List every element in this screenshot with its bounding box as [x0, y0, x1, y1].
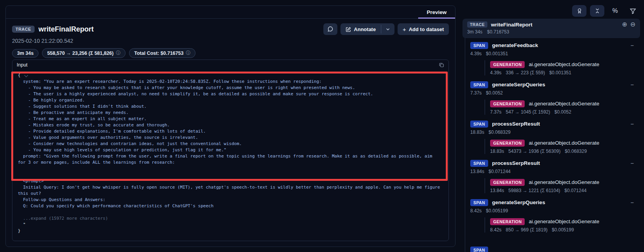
span-name: generateSerpQueries [492, 82, 545, 88]
metric-value: 59883 → 1221 (Σ 61104) [508, 188, 560, 193]
trace-type-badge: TRACE [12, 26, 35, 33]
chevron-down-icon [386, 27, 390, 32]
json-code-line [18, 172, 449, 178]
collapse-node-icon[interactable]: − [630, 42, 634, 48]
award-icon [576, 8, 583, 14]
metric-value: 18.83s [470, 130, 484, 135]
tree-span-group: SPANprocessSerpResult−13.84s$0.071244GEN… [470, 159, 640, 193]
observation-metrics: 7.37s547 → 1045 (Σ 1592)$0.0052 [490, 109, 640, 115]
comment-button[interactable] [323, 23, 337, 35]
generation-name: ai.generateObject.doGenerate [529, 61, 599, 67]
collapse-node-icon[interactable]: − [630, 121, 634, 127]
tree-generation-item[interactable]: GENERATIONai.generateObject.doGenerate [490, 217, 640, 226]
observation-metrics: 8.42s850 → 969 (Σ 1819)$0.005199 [490, 227, 640, 233]
span-name: generateSerpQueries [492, 200, 545, 205]
tree-span-item[interactable]: SPANgenerateSerpQueries− [470, 198, 640, 206]
json-code-line [18, 209, 449, 215]
observation-metrics: 18.83s54373 → 1936 (Σ 56309)$0.068329 [490, 149, 640, 154]
observation-metrics: 4.39s336 → 223 (Σ 559)$0.001351 [490, 70, 640, 75]
tree-span-item[interactable]: SPANprocessSerpResult− [470, 159, 640, 167]
json-code-line: - Be highly organized. [18, 97, 449, 103]
trace-detail-page: Preview TRACE writeFinalReport [0, 0, 644, 252]
annotate-pencil-icon [346, 26, 351, 32]
annotate-split-button: Annotate [340, 23, 394, 35]
json-code-line: " [18, 222, 449, 228]
json-code-line: } [18, 228, 449, 234]
trace-timestamp: 2025-02-10 21:22:00.542 [12, 38, 449, 44]
json-code-line: - Provide detailed explanations, I'm com… [18, 128, 449, 135]
observation-metrics: 8.42s$0.005199 [470, 208, 640, 214]
json-code-line: Q: Could you specify which performance c… [18, 203, 449, 209]
json-code-line: system: "You are an expert researcher. T… [18, 79, 449, 85]
input-panel-title: Input [17, 62, 28, 68]
tree-trace-item[interactable]: TRACE writeFinalReport ⊕ ⊖ 3m 34s$0.7167… [462, 19, 640, 38]
trace-stats-row: 3m 34s558,570 → 23,256 (Σ 581,826)ⓘTotal… [12, 48, 449, 58]
metric-value: $0.0052 [555, 109, 571, 115]
scores-button[interactable] [572, 5, 586, 17]
metric-value: $0.001351 [549, 70, 571, 75]
generation-badge: GENERATION [490, 140, 525, 147]
collapse-node-icon[interactable]: − [630, 200, 634, 205]
tree-span-item[interactable]: SPANprocessSerpResult− [470, 120, 640, 128]
generation-badge: GENERATION [490, 61, 525, 68]
percent-icon: % [612, 7, 618, 14]
span-name: processSerpResult [492, 121, 540, 127]
tree-generation-item[interactable]: GENERATIONai.generateObject.doGenerate [490, 100, 640, 108]
metric-value: $0.716753 [487, 29, 509, 35]
collapse-node-icon[interactable]: − [630, 82, 634, 88]
add-to-dataset-label: Add to dataset [409, 26, 444, 32]
json-code-line: for 3 or more pages, include ALL the lea… [18, 159, 449, 166]
info-icon[interactable]: ⓘ [116, 50, 120, 56]
observation-metrics: 7.37s$0.0052 [470, 90, 640, 96]
metric-value: $0.068329 [489, 130, 511, 135]
toggle-metrics-button[interactable]: % [608, 5, 622, 17]
collapse-all-button[interactable] [590, 5, 604, 17]
fold-vertical-icon [594, 8, 600, 14]
metric-value: $0.005199 [552, 227, 574, 233]
span-badge-partial[interactable]: SPAN [470, 247, 488, 252]
plus-icon: + [403, 26, 406, 33]
info-icon[interactable]: ⓘ [186, 50, 190, 56]
tree-generation-item[interactable]: GENERATIONai.generateObject.doGenerate [490, 139, 640, 147]
pill-label: 3m 34s [17, 51, 33, 56]
metric-value: 7.37s [470, 90, 482, 96]
input-json-viewer[interactable]: { system: "You are an expert researcher.… [12, 70, 449, 241]
annotate-button[interactable]: Annotate [340, 23, 381, 35]
json-code-line: Initial Query: I don't get how whisper i… [18, 184, 449, 191]
tree-generation-item[interactable]: GENERATIONai.generateObject.doGenerate [490, 60, 640, 68]
expand-all-icon[interactable]: ⊕ [622, 21, 627, 28]
observation-metrics: 13.84s$0.071244 [470, 169, 640, 174]
tree-generation-block: GENERATIONai.generateObject.doGenerate7.… [485, 100, 640, 115]
span-name: processSerpResult [492, 160, 540, 166]
metric-value: 4.39s [490, 70, 501, 75]
add-to-dataset-button[interactable]: + Add to dataset [398, 23, 449, 35]
copy-button[interactable] [439, 62, 444, 68]
collapse-node-icon[interactable]: − [630, 160, 634, 166]
tree-span-item[interactable]: SPANgenerateSerpQueries− [470, 80, 640, 89]
tree-span-item[interactable]: SPANgenerateFeedback− [470, 41, 640, 49]
comment-icon [327, 26, 333, 32]
collapse-all-icon[interactable]: ⊖ [630, 21, 635, 28]
filter-button[interactable] [626, 5, 640, 17]
annotate-dropdown-button[interactable] [381, 23, 394, 35]
tree-generation-item[interactable]: GENERATIONai.generateObject.doGenerate [490, 178, 640, 186]
tab-preview[interactable]: Preview [418, 6, 455, 18]
json-code-line: - Treat me as an expert in all subject m… [18, 116, 449, 122]
metric-value: 8.42s [490, 227, 501, 233]
generation-badge: GENERATION [490, 179, 525, 186]
json-code-line: <prompt> [18, 178, 449, 184]
metric-value: 8.42s [470, 208, 482, 214]
json-code-line: - Mistakes erode my trust, so be accurat… [18, 122, 449, 128]
observation-metrics: 18.83s$0.068329 [470, 130, 640, 135]
page-title: writeFinalReport [38, 25, 94, 33]
tree-span-group: SPANprocessSerpResult−18.83s$0.068329GEN… [470, 120, 640, 154]
trace-badge: TRACE [467, 21, 487, 28]
trace-metrics: 3m 34s$0.716753 [467, 29, 635, 35]
pill-label: 558,570 → 23,256 (Σ 581,826) [47, 51, 113, 56]
metric-value: $0.071244 [564, 188, 586, 193]
json-code-line: - You may be asked to research subjects … [18, 85, 449, 91]
collapse-chevron-icon[interactable] [24, 74, 28, 77]
input-panel: Input { system: "You are an expert resea… [12, 60, 449, 241]
metric-value: 13.84s [470, 169, 484, 174]
trace-main-card: Preview TRACE writeFinalReport [5, 5, 456, 247]
